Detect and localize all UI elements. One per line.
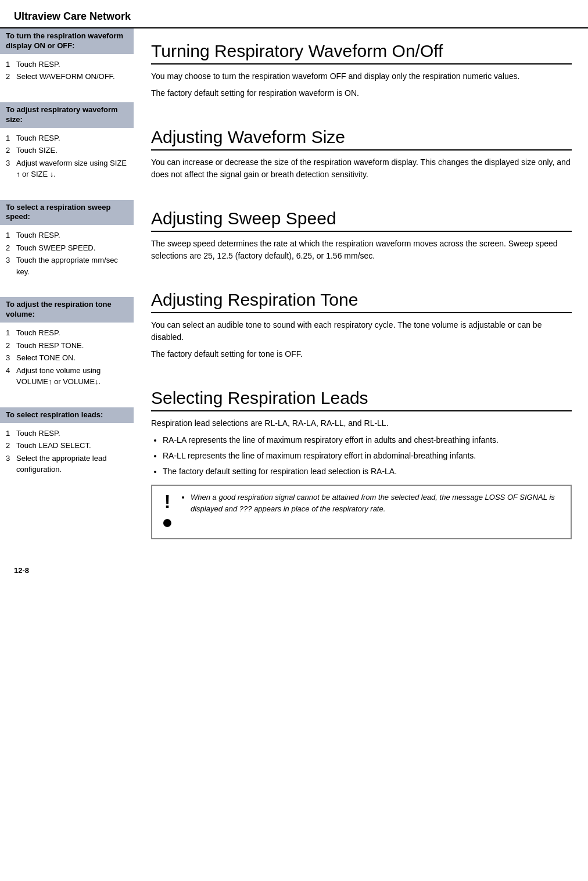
step-row: 1Touch RESP. <box>6 327 128 339</box>
step-text: Touch RESP. <box>16 428 128 439</box>
step-number: 1 <box>6 428 16 439</box>
paragraph: The factory default setting for tone is … <box>151 348 572 360</box>
step-number: 2 <box>6 145 16 156</box>
step-row: 1Touch RESP. <box>6 59 128 70</box>
section-title-resp-leads: Selecting Respiration Leads <box>151 388 572 411</box>
paragraph: You can select an audible tone to sound … <box>151 319 572 343</box>
main-content: Turning Respiratory Waveform On/OffYou m… <box>134 28 588 554</box>
step-row: 1Touch RESP. <box>6 428 128 439</box>
step-text: Adjust waveform size using SIZE ↑ or SIZ… <box>16 157 128 180</box>
step-row: 4Adjust tone volume using VOLUME↑ or VOL… <box>6 365 128 388</box>
step-text: Touch RESP. <box>16 59 128 70</box>
sidebar-label-resp-leads: To select respiration leads: <box>0 407 134 423</box>
sidebar-label-waveform-on-off: To turn the respiration waveform display… <box>0 28 134 54</box>
sidebar-section-waveform-size: To adjust respiratory waveform size:1Tou… <box>0 92 134 189</box>
step-text: Touch SIZE. <box>16 145 128 156</box>
section-waveform-on-off: Turning Respiratory Waveform On/OffYou m… <box>151 41 572 114</box>
section-body-waveform-size: You can increase or decrease the size of… <box>151 156 572 181</box>
sidebar-label-tone-volume: To adjust the respiration tone volume: <box>0 297 134 323</box>
step-number: 3 <box>6 255 16 277</box>
step-number: 3 <box>6 453 16 475</box>
section-title-resp-tone: Adjusting Respiration Tone <box>151 290 572 313</box>
section-body-resp-leads: Respiration lead selections are RL-LA, R… <box>151 417 572 539</box>
note-bullet-item: When a good respiration signal cannot be… <box>191 492 562 514</box>
sidebar-label-sweep-speed: To select a respiration sweep speed: <box>0 200 134 225</box>
paragraph: Respiration lead selections are RL-LA, R… <box>151 417 572 429</box>
step-text: Select WAVEFORM ON/OFF. <box>16 71 128 83</box>
step-row: 2Touch RESP TONE. <box>6 340 128 352</box>
step-row: 2Select WAVEFORM ON/OFF. <box>6 71 128 83</box>
step-row: 1Touch RESP. <box>6 132 128 144</box>
sidebar: To turn the respiration waveform display… <box>0 28 134 554</box>
step-number: 3 <box>6 352 16 364</box>
list-item: RA-LA represents the line of maximum res… <box>163 434 572 446</box>
step-number: 1 <box>6 132 16 144</box>
step-text: Touch RESP. <box>16 230 128 241</box>
sidebar-steps-resp-leads: 1Touch RESP.2Touch LEAD SELECT.3Select t… <box>0 424 134 485</box>
section-title-waveform-size: Adjusting Waveform Size <box>151 127 572 151</box>
sidebar-steps-tone-volume: 1Touch RESP.2Touch RESP TONE.3Select TON… <box>0 324 134 397</box>
step-number: 1 <box>6 59 16 70</box>
section-body-resp-tone: You can select an audible tone to sound … <box>151 319 572 360</box>
bullet-list: RA-LA represents the line of maximum res… <box>163 434 572 478</box>
sidebar-section-resp-leads: To select respiration leads:1Touch RESP.… <box>0 397 134 485</box>
step-text: Select TONE ON. <box>16 352 128 364</box>
list-item: The factory default setting for respirat… <box>163 465 572 478</box>
note-icon: !● <box>160 492 174 532</box>
step-row: 1Touch RESP. <box>6 230 128 241</box>
step-text: Touch RESP TONE. <box>16 340 128 352</box>
paragraph: You can increase or decrease the size of… <box>151 156 572 181</box>
step-text: Touch RESP. <box>16 327 128 339</box>
page-number: 12-8 <box>14 566 29 575</box>
step-number: 2 <box>6 340 16 352</box>
sidebar-label-waveform-size: To adjust respiratory waveform size: <box>0 102 134 128</box>
step-text: Touch SWEEP SPEED. <box>16 242 128 254</box>
step-number: 3 <box>6 157 16 180</box>
header-title: Ultraview Care Network <box>14 10 131 22</box>
paragraph: The sweep speed determines the rate at w… <box>151 238 572 262</box>
note-box: !●When a good respiration signal cannot … <box>151 485 572 539</box>
step-number: 1 <box>6 230 16 241</box>
step-row: 2Touch LEAD SELECT. <box>6 440 128 452</box>
step-number: 2 <box>6 71 16 83</box>
section-title-waveform-on-off: Turning Respiratory Waveform On/Off <box>151 41 572 65</box>
paragraph: The factory default setting for respirat… <box>151 87 572 99</box>
sidebar-section-waveform-on-off: To turn the respiration waveform display… <box>0 28 134 92</box>
section-resp-leads: Selecting Respiration LeadsRespiration l… <box>151 388 572 554</box>
section-waveform-size: Adjusting Waveform SizeYou can increase … <box>151 127 572 196</box>
step-text: Touch the appropriate mm/sec key. <box>16 255 128 277</box>
step-row: 2Touch SIZE. <box>6 145 128 156</box>
page-footer: 12-8 <box>0 560 588 581</box>
sidebar-steps-sweep-speed: 1Touch RESP.2Touch SWEEP SPEED.3Touch th… <box>0 226 134 286</box>
sidebar-section-sweep-speed: To select a respiration sweep speed:1Tou… <box>0 189 134 287</box>
step-row: 2Touch SWEEP SPEED. <box>6 242 128 254</box>
step-number: 1 <box>6 327 16 339</box>
sidebar-section-tone-volume: To adjust the respiration tone volume:1T… <box>0 286 134 396</box>
paragraph: You may choose to turn the respiration w… <box>151 70 572 83</box>
list-item: RA-LL represents the line of maximum res… <box>163 450 572 462</box>
section-body-waveform-on-off: You may choose to turn the respiration w… <box>151 70 572 99</box>
step-row: 3Select the appropriate lead configurati… <box>6 453 128 475</box>
section-resp-tone: Adjusting Respiration ToneYou can select… <box>151 290 572 375</box>
note-bullet-list: When a good respiration signal cannot be… <box>191 492 562 514</box>
step-number: 2 <box>6 440 16 452</box>
step-text: Touch LEAD SELECT. <box>16 440 128 452</box>
page-header: Ultraview Care Network <box>0 0 588 28</box>
step-row: 3Touch the appropriate mm/sec key. <box>6 255 128 277</box>
step-row: 3Adjust waveform size using SIZE ↑ or SI… <box>6 157 128 180</box>
section-title-sweep-speed: Adjusting Sweep Speed <box>151 209 572 232</box>
note-text: When a good respiration signal cannot be… <box>182 492 562 514</box>
step-text: Select the appropriate lead configuratio… <box>16 453 128 475</box>
sidebar-steps-waveform-size: 1Touch RESP.2Touch SIZE.3Adjust waveform… <box>0 129 134 189</box>
step-text: Touch RESP. <box>16 132 128 144</box>
step-text: Adjust tone volume using VOLUME↑ or VOLU… <box>16 365 128 388</box>
section-body-sweep-speed: The sweep speed determines the rate at w… <box>151 238 572 262</box>
step-row: 3Select TONE ON. <box>6 352 128 364</box>
step-number: 4 <box>6 365 16 388</box>
sidebar-steps-waveform-on-off: 1Touch RESP.2Select WAVEFORM ON/OFF. <box>0 55 134 92</box>
section-sweep-speed: Adjusting Sweep SpeedThe sweep speed det… <box>151 209 572 277</box>
step-number: 2 <box>6 242 16 254</box>
